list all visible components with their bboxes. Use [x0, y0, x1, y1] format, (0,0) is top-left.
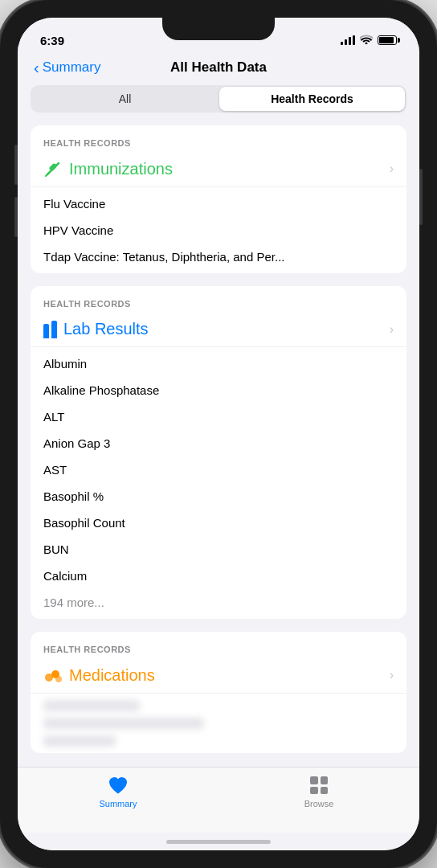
lab-results-title: Lab Results	[63, 320, 149, 338]
battery-icon	[378, 35, 397, 45]
medications-section: HEALTH RECORDS Medications ›	[31, 632, 406, 753]
svg-point-5	[55, 676, 62, 682]
list-item: Flu Vaccine	[31, 190, 406, 217]
phone-screen: 6:39	[18, 18, 419, 850]
wifi-icon	[360, 35, 373, 47]
browse-tab-label: Browse	[304, 799, 334, 809]
power-button	[419, 169, 423, 225]
lab-more-count: 194 more...	[31, 589, 406, 616]
content-area: HEALTH RECORDS Immunizations ›	[18, 119, 419, 767]
segment-control: All Health Records	[31, 85, 406, 113]
list-item: HPV Vaccine	[31, 217, 406, 244]
lab-results-title-row[interactable]: Lab Results ›	[31, 315, 406, 347]
list-item: Basophil %	[31, 483, 406, 510]
signal-icon	[341, 35, 355, 45]
immunizations-list: Flu Vaccine HPV Vaccine Tdap Vaccine: Te…	[31, 187, 406, 273]
lab-results-title-left: Lab Results	[43, 320, 149, 338]
home-indicator	[18, 833, 419, 850]
lab-icon	[43, 321, 57, 338]
phone-frame: 6:39	[0, 0, 437, 868]
lab-results-chevron-icon: ›	[390, 322, 394, 337]
svg-line-2	[46, 173, 49, 176]
immunizations-title: Immunizations	[69, 160, 173, 178]
blurred-item	[31, 732, 406, 750]
lab-results-section: HEALTH RECORDS Lab Results › Albumin Alk…	[31, 286, 406, 619]
list-item: Basophil Count	[31, 510, 406, 536]
medications-section-label: HEALTH RECORDS	[43, 645, 131, 654]
segment-container: All Health Records	[18, 79, 419, 119]
status-time: 6:39	[40, 34, 64, 47]
medications-list	[31, 694, 406, 753]
segment-health-records[interactable]: Health Records	[219, 87, 405, 111]
immunizations-section-label: HEALTH RECORDS	[43, 138, 131, 148]
segment-all[interactable]: All	[32, 87, 218, 111]
medications-header: HEALTH RECORDS	[31, 632, 406, 661]
summary-tab-label: Summary	[99, 799, 137, 809]
immunizations-header: HEALTH RECORDS	[31, 125, 406, 154]
lab-results-section-label: HEALTH RECORDS	[43, 299, 131, 309]
list-item: Tdap Vaccine: Tetanus, Diphtheria, and P…	[31, 244, 406, 270]
list-item: Albumin	[31, 350, 406, 377]
list-item: ALT	[31, 403, 406, 430]
heart-icon	[107, 774, 129, 796]
list-item: Calcium	[31, 563, 406, 589]
list-item: AST	[31, 457, 406, 483]
tab-bar: Summary Browse	[18, 767, 419, 833]
blurred-item	[31, 697, 406, 714]
home-bar	[166, 840, 271, 844]
immunizations-title-left: Immunizations	[43, 159, 173, 178]
notch	[162, 18, 275, 40]
list-item: Anion Gap 3	[31, 430, 406, 457]
browse-grid-icon	[308, 774, 330, 796]
immunizations-section: HEALTH RECORDS Immunizations ›	[31, 125, 406, 273]
medications-icon	[43, 665, 63, 685]
blurred-item	[31, 714, 406, 732]
lab-results-header: HEALTH RECORDS	[31, 286, 406, 315]
nav-bar: ‹ Summary All Health Data	[18, 53, 419, 79]
status-icons	[341, 35, 397, 47]
tab-summary[interactable]: Summary	[18, 774, 218, 809]
medications-title-left: Medications	[43, 665, 155, 685]
medications-title-row[interactable]: Medications ›	[31, 661, 406, 694]
list-item: BUN	[31, 536, 406, 563]
medications-chevron-icon: ›	[390, 668, 394, 682]
lab-results-list: Albumin Alkaline Phosphatase ALT Anion G…	[31, 347, 406, 619]
immunizations-title-row[interactable]: Immunizations ›	[31, 154, 406, 187]
syringe-icon	[43, 159, 63, 178]
page-title: All Health Data	[34, 59, 403, 76]
immunizations-chevron-icon: ›	[390, 162, 394, 176]
medications-title: Medications	[69, 666, 155, 685]
svg-rect-1	[48, 162, 57, 171]
tab-browse[interactable]: Browse	[218, 774, 419, 809]
list-item: Alkaline Phosphatase	[31, 377, 406, 403]
